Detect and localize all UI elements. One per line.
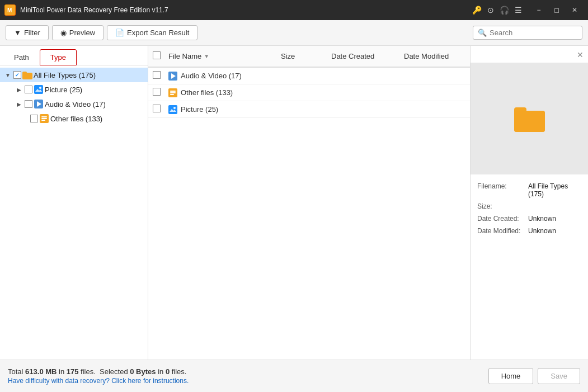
meta-datemodified-row: Date Modified: Unknown — [477, 227, 581, 235]
meta-size-row: Size: — [477, 202, 581, 210]
checkbox-allfiletypes[interactable]: ✔ — [13, 71, 21, 79]
preview-label: Preview — [69, 29, 95, 37]
filename-label: Filename: — [477, 182, 525, 198]
filter-button[interactable]: ▼ Filter — [6, 25, 49, 40]
svg-point-6 — [39, 87, 41, 89]
right-panel: ✕ Filename: All File Types (175) Size: D… — [471, 46, 588, 360]
help-link[interactable]: Have difficulty with data recovery? Clic… — [8, 377, 483, 385]
filename-value: All File Types (175) — [528, 182, 581, 198]
label-allfiletypes: All File Types (175) — [34, 71, 96, 79]
preview-button[interactable]: ◉ Preview — [52, 25, 104, 40]
svg-rect-18 — [170, 94, 174, 95]
checkbox-picture[interactable] — [25, 86, 32, 93]
tabs: Path Type — [0, 46, 148, 65]
key-icon[interactable]: 🔑 — [472, 6, 482, 15]
filter-icon: ▼ — [14, 29, 21, 37]
center-panel: File Name ▼ Size Date Created Date Modif… — [148, 46, 471, 360]
tree-item-otherfiles[interactable]: Other files (133) — [0, 111, 148, 126]
icon-picture — [34, 84, 44, 95]
icon-audiovideo — [34, 99, 44, 109]
label-picture: Picture (25) — [45, 86, 82, 94]
svg-rect-19 — [168, 105, 177, 114]
tree: ▼ ✔ All File Types (175) ▶ — [0, 65, 148, 360]
header-checkbox[interactable] — [153, 51, 161, 59]
label-otherfiles: Other files (133) — [50, 115, 102, 123]
datecreated-label: Date Created: — [477, 215, 525, 223]
search-icon: 🔍 — [478, 29, 487, 37]
titlebar: M MiniTool Power Data Recovery Free Edit… — [0, 0, 588, 20]
svg-point-21 — [173, 107, 176, 109]
close-preview-button[interactable]: ✕ — [577, 50, 584, 59]
icon-otherfiles — [39, 114, 49, 124]
export-icon: 📄 — [115, 29, 124, 37]
main-area: Path Type ▼ ✔ All File Types (175) — [0, 46, 588, 360]
svg-rect-4 — [34, 85, 43, 94]
app-logo: M — [4, 4, 16, 16]
svg-rect-11 — [41, 118, 47, 119]
bottom-bar: Total 613.0 MB in 175 files. Selected 0 … — [0, 360, 588, 392]
tab-type[interactable]: Type — [40, 49, 77, 65]
preview-icon: ◉ — [60, 29, 67, 37]
datemodified-label: Date Modified: — [477, 227, 525, 235]
table-row[interactable]: Other files (133) — [148, 84, 470, 101]
svg-rect-10 — [41, 116, 47, 117]
close-button[interactable]: ✕ — [566, 2, 584, 18]
svg-rect-3 — [22, 72, 27, 74]
titlebar-icons: 🔑 ⊙ 🎧 ☰ — [472, 6, 522, 15]
toolbar: ▼ Filter ◉ Preview 📄 Export Scan Result … — [0, 20, 588, 46]
checkbox-audiovideo[interactable] — [25, 100, 32, 108]
sort-arrow-icon[interactable]: ▼ — [204, 53, 209, 59]
row-checkbox-picture[interactable] — [153, 105, 161, 112]
titlebar-controls: − ◻ ✕ — [530, 2, 584, 18]
circle-icon[interactable]: ⊙ — [487, 6, 494, 15]
col-filename-label: File Name — [168, 52, 201, 60]
svg-rect-24 — [514, 111, 545, 132]
expand-icon-picture[interactable]: ▶ — [15, 85, 23, 94]
svg-rect-16 — [170, 91, 176, 92]
expand-icon-allfiletypes[interactable]: ▼ — [3, 70, 12, 79]
col-datemodified-label: Date Modified — [404, 52, 465, 60]
headphones-icon[interactable]: 🎧 — [500, 6, 509, 15]
tab-path[interactable]: Path — [3, 49, 40, 65]
search-box: 🔍 — [473, 26, 582, 40]
datemodified-value: Unknown — [528, 227, 556, 235]
restore-button[interactable]: ◻ — [548, 2, 566, 18]
row-icon-otherfiles — [168, 88, 181, 97]
preview-folder-icon — [514, 105, 545, 132]
col-size-label: Size — [281, 52, 331, 60]
meta-datecreated-row: Date Created: Unknown — [477, 215, 581, 223]
menu-icon[interactable]: ☰ — [515, 6, 522, 15]
bottom-actions: Home Save — [488, 368, 580, 384]
filter-label: Filter — [24, 29, 40, 37]
save-button[interactable]: Save — [538, 368, 580, 384]
file-meta: Filename: All File Types (175) Size: Dat… — [471, 174, 588, 243]
row-checkbox-otherfiles[interactable] — [153, 88, 161, 96]
size-label: Size: — [477, 202, 525, 210]
tree-item-allfiletypes[interactable]: ▼ ✔ All File Types (175) — [0, 68, 148, 82]
col-datecreated-label: Date Created — [331, 52, 404, 60]
label-audiovideo: Audio & Video (17) — [45, 100, 106, 108]
bottom-info: Total 613.0 MB in 175 files. Selected 0 … — [8, 367, 483, 385]
row-name-picture: Picture (25) — [181, 105, 281, 114]
file-list: Audio & Video (17) Othe — [148, 68, 470, 360]
row-checkbox-audiovideo[interactable] — [153, 71, 161, 79]
tree-item-picture[interactable]: ▶ Picture (25) — [0, 82, 148, 97]
file-table-header: File Name ▼ Size Date Created Date Modif… — [148, 46, 470, 67]
table-row[interactable]: Audio & Video (17) — [148, 68, 470, 84]
icon-allfiletypes — [22, 70, 32, 80]
row-icon-audiovideo — [168, 72, 181, 81]
export-button[interactable]: 📄 Export Scan Result — [107, 25, 197, 40]
row-name-otherfiles: Other files (133) — [181, 88, 281, 97]
checkbox-otherfiles[interactable] — [30, 115, 38, 122]
datecreated-value: Unknown — [528, 215, 556, 223]
preview-area — [471, 63, 588, 174]
minimize-button[interactable]: − — [530, 2, 548, 18]
row-name-audiovideo: Audio & Video (17) — [181, 72, 281, 80]
table-row[interactable]: Picture (25) — [148, 101, 470, 118]
expand-icon-audiovideo[interactable]: ▶ — [15, 100, 23, 108]
tree-item-audiovideo[interactable]: ▶ Audio & Video (17) — [0, 97, 148, 111]
home-button[interactable]: Home — [488, 368, 534, 384]
svg-rect-12 — [41, 120, 45, 121]
stats-text: Total 613.0 MB in 175 files. Selected 0 … — [8, 367, 483, 376]
search-input[interactable] — [490, 29, 577, 37]
